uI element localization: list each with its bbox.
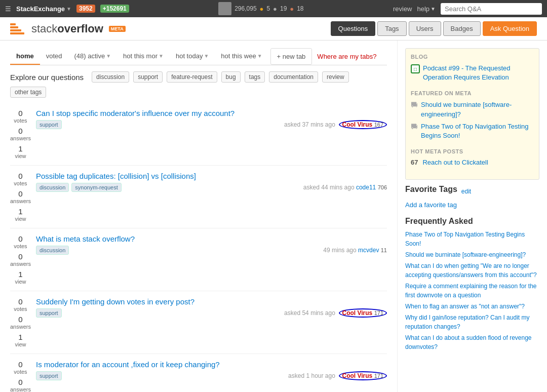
featured-box: FEATURED ON META ⛟ Should we burninate [… [411,90,534,140]
review-link[interactable]: review [393,5,412,13]
user-link[interactable]: Cool Virus [342,121,373,128]
rep-badge-1: 3952 [76,5,95,13]
bronze-badge-count: 18 [297,5,303,12]
rep-badge-2: +152691 [100,5,129,13]
question-title[interactable]: Possible tag duplicates: [collision] vs … [36,172,387,180]
logo: stackoverflow META [10,22,126,35]
meta-badge: META [109,26,126,32]
nav-questions[interactable]: Questions [331,21,376,36]
fav-header: Favorite Tags edit [405,185,539,198]
blog-item: □ Podcast #99 - The Requested Operation … [411,64,534,82]
help-menu[interactable]: help ▼ [417,5,436,13]
faq-link-7[interactable]: What can I do about a sudden flood of re… [405,333,539,351]
user-link[interactable]: Cool Virus [342,309,373,317]
tab-hot-week[interactable]: hot this wee ▼ [215,48,268,65]
blog-icon: □ [411,64,420,73]
tag-filter-feature-request[interactable]: feature-request [167,71,217,83]
faq-link-4[interactable]: Require a comment explaining the reason … [405,282,539,300]
tab-hot-today[interactable]: hot today ▼ [170,48,215,65]
tag-filter-support[interactable]: support [133,71,163,83]
search-input[interactable] [441,3,542,15]
question-stats: 0votes 0answers 1view [10,360,31,392]
user-link[interactable]: code11 [356,184,376,191]
question-stats: 0 votes 0 answers 1 view [10,109,31,159]
hot-meta-header: HOT META POSTS [411,148,534,154]
tags-meta: discussion synonym-request asked 44 mins… [36,183,387,192]
tag-filter-documentation[interactable]: documentation [269,71,318,83]
hot-number: 67 [411,159,418,166]
hot-link[interactable]: Reach out to Clickatell [422,159,488,166]
tag-filter-bug[interactable]: bug [221,71,241,83]
tag-support[interactable]: support [36,371,62,380]
tags-meta: support asked 1 hour ago Cool Virus 171 [36,371,387,380]
avatar[interactable] [218,2,231,15]
tag-filter-other[interactable]: other tags [10,87,46,98]
views-block: 1 view [15,144,26,159]
add-favorite-tag-link[interactable]: Add a favorite tag [405,201,457,209]
fav-title: Favorite Tags [405,185,457,194]
tag-filter-discussion[interactable]: discussion [92,71,129,83]
tag-synonym-request[interactable]: synonym-request [71,183,121,192]
sidebar: BLOG □ Podcast #99 - The Requested Opera… [398,41,547,392]
topbar: ☰ StackExchange ▼ 3952 +152691 296,095 ●… [0,0,547,17]
question-body: Possible tag duplicates: [collision] vs … [36,172,387,192]
new-tab-button[interactable]: + new tab [270,48,312,65]
meta-item: ⛟ Should we burninate [software-engineer… [411,100,534,119]
tab-active[interactable]: (48) active ▼ [68,48,117,65]
hot-item: 67 Reach out to Clickatell [411,159,534,166]
tag-discussion[interactable]: discussion [36,183,69,192]
logo-text: stackoverflow [31,22,103,35]
dot3: ● [290,5,294,13]
where-tabs-link[interactable]: Where are my tabs? [317,53,376,60]
question-stats: 0votes 0answers 1view [10,297,31,347]
freq-title: Frequently Asked [405,217,539,226]
user-section: 296,095 ● 5 ● 19 ● 18 [218,2,303,15]
question-title[interactable]: Suddenly I'm getting down votes in every… [36,297,387,306]
tag-support[interactable]: support [36,120,62,129]
tab-home[interactable]: home [10,48,40,65]
nav-tags[interactable]: Tags [377,21,406,36]
question-meta: asked 1 hour ago Cool Virus 171 [288,371,387,380]
faq-link-3[interactable]: What can I do when getting "We are no lo… [405,261,539,280]
featured-link-1[interactable]: Should we burninate [software-engineerin… [421,100,534,119]
frequently-asked-box: Frequently Asked Phase Two of Top Naviga… [405,217,539,351]
site-name[interactable]: StackExchange ▼ [16,5,71,13]
tab-hot-month[interactable]: hot this mor ▼ [117,48,170,65]
featured-link-2[interactable]: Phase Two of Top Navigation Testing Begi… [421,122,534,140]
tag-discussion[interactable]: discussion [36,246,69,255]
question-title[interactable]: Can I stop specific moderator's influenc… [36,109,387,117]
question-meta: asked 44 mins ago code11 706 [303,184,387,191]
dot2: ● [273,5,277,13]
nav-buttons: Questions Tags Users Badges Ask Question [331,21,537,36]
question-meta: 49 mins ago mcvdev 11 [323,247,387,254]
meta-icon-2: ⛟ [411,123,418,131]
nav-badges[interactable]: Badges [443,21,481,36]
tab-voted[interactable]: voted [40,48,68,65]
dot1: ● [260,5,264,13]
table-row: 0votes 0answers 1view Suddenly I'm getti… [10,291,387,354]
ask-question-button[interactable]: Ask Question [483,21,537,36]
question-title[interactable]: What is meta stack overflow? [36,234,387,243]
fav-edit-link[interactable]: edit [461,188,471,195]
faq-link-5[interactable]: When to flag an answer as "not an answer… [405,302,539,311]
logo-icon [10,23,24,34]
question-body: Can I stop specific moderator's influenc… [36,109,387,129]
content: home voted (48) active ▼ hot this mor ▼ … [0,41,547,392]
tag-filter-tags[interactable]: tags [245,71,265,83]
blog-link[interactable]: Podcast #99 - The Requested Operation Re… [423,64,534,82]
faq-link-2[interactable]: Should we burninate [software-engineerin… [405,250,539,259]
faq-link-6[interactable]: Why did I gain/lose reputation? Can I au… [405,313,539,331]
tags-meta: support asked 37 mins ago Cool Virus 167 [36,120,387,129]
hamburger-icon[interactable]: ☰ [5,5,11,13]
question-meta: asked 37 mins ago Cool Virus 167 [284,120,387,129]
nav-users[interactable]: Users [409,21,441,36]
main-header: stackoverflow META Questions Tags Users … [0,17,547,41]
user-link[interactable]: Cool Virus [342,372,373,379]
faq-link-1[interactable]: Phase Two of Top Navigation Testing Begi… [405,230,539,248]
tag-filter-review[interactable]: review [322,71,349,83]
question-title[interactable]: Is moderator for an account ,fixed or it… [36,360,387,369]
favorite-tags-box: Favorite Tags edit Add a favorite tag [405,185,539,209]
questions-header: Explore our questions discussion support… [10,71,387,98]
user-link[interactable]: mcvdev [358,247,379,254]
tag-support[interactable]: support [36,308,62,318]
